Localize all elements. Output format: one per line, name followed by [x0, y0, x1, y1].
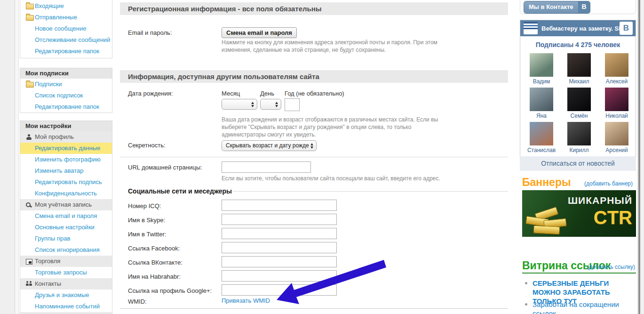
vk-widget-header: Вебмастеру на заметку. SE... B: [520, 20, 636, 36]
icq-label: Номер ICQ:: [128, 202, 161, 209]
day-select[interactable]: [260, 99, 281, 110]
add-link-link[interactable]: (добавить ссылку): [587, 264, 635, 270]
sidebar-item-friends[interactable]: Друзья и знакомые: [20, 290, 112, 301]
vk-community-button[interactable]: Мы в Контакте B: [524, 1, 590, 14]
change-email-password-button[interactable]: Смена email и пароля: [222, 27, 297, 38]
member-name[interactable]: Яна: [524, 113, 559, 119]
sidebar-group-misc[interactable]: Разное: [20, 312, 112, 314]
sidebar-item-ignore-list[interactable]: Список игнорирования: [20, 244, 112, 256]
member-name[interactable]: Станислав: [524, 147, 559, 153]
sidebar-item-label: Редактирование папок: [35, 103, 99, 110]
gold-bar-graphic: [533, 225, 560, 235]
sidebar-group-trading[interactable]: Торговля: [20, 256, 112, 267]
member-name[interactable]: Арсений: [599, 147, 635, 153]
member-name[interactable]: Семён: [561, 113, 597, 119]
member-avatar[interactable]: [605, 122, 628, 145]
member-name[interactable]: Вадим: [524, 78, 559, 85]
sidebar-item-subscription-list[interactable]: Список подписок: [20, 90, 112, 101]
year-label: Год (не обязательно): [285, 90, 344, 97]
subscriptions-header: Мои подписки: [20, 68, 112, 79]
social-networks-legend: Социальные сети и меседжеры: [128, 187, 232, 195]
bind-wmid-link[interactable]: Привязать WMID: [222, 297, 270, 304]
homepage-url-label: URL домашней страницы:: [128, 164, 202, 171]
twitter-input[interactable]: [222, 228, 337, 239]
ad-banner[interactable]: ШИКАРНЫЙ CTR: [522, 190, 636, 237]
member-name[interactable]: Николай: [599, 113, 635, 119]
sidebar-item-label: Входящие: [35, 2, 64, 9]
sidebar-item-basic-settings[interactable]: Основные настройки: [20, 222, 112, 233]
subscribers-count: Подписаны 4 275 человек: [520, 41, 636, 48]
sidebar-item-label: Список игнорирования: [35, 246, 100, 253]
skype-input[interactable]: [222, 214, 337, 225]
people-icon: [26, 281, 33, 287]
public-info-section-title: Информация, доступная другим пользовател…: [120, 70, 508, 83]
sidebar-item-label: Мой профиль: [35, 133, 74, 140]
vkontakte-input[interactable]: [222, 256, 337, 267]
user-icon: [26, 134, 32, 140]
member-avatar[interactable]: [530, 53, 553, 77]
member-name[interactable]: Михаил: [561, 78, 597, 85]
settings-header: Мои настройки: [20, 121, 112, 131]
sidebar-item-label: Редактировать данные: [35, 145, 100, 152]
left-gutter: [0, 0, 15, 314]
homepage-url-input[interactable]: [222, 161, 311, 173]
member-avatar[interactable]: [530, 88, 553, 111]
sidebar-item-change-email-password[interactable]: Смена email и пароля: [20, 210, 112, 222]
sidebar-item-edit-folders-2[interactable]: Редактирование папок: [20, 101, 112, 113]
scrollbar-thumb[interactable]: [638, 0, 640, 314]
vertical-scrollbar[interactable]: [637, 0, 644, 314]
sidebar-item-label: Торговые запросы: [35, 269, 87, 276]
email-password-label: Email и пароль:: [128, 29, 172, 36]
sidebar-item-edit-signature[interactable]: Редактировать подпись: [20, 177, 112, 188]
sidebar-item-label: Редактирование папок: [35, 48, 99, 55]
showcase-link-2[interactable]: Заработай на сокращении ссылок: [533, 300, 633, 314]
year-input[interactable]: [285, 98, 300, 111]
google-plus-input[interactable]: [222, 284, 337, 296]
vk-widget-title[interactable]: Вебмастеру на заметку. SE...: [541, 25, 620, 32]
monitor-icon: [26, 259, 32, 265]
left-gutter-strip: [15, 0, 19, 314]
member-name[interactable]: Алексей: [599, 78, 635, 85]
sidebar-item-label: Изменить фотографию: [35, 156, 101, 163]
sidebar-item-subscriptions[interactable]: Подписки: [20, 79, 112, 90]
sidebar-item-event-reminders[interactable]: Напоминание событий: [20, 301, 112, 312]
bottom-divider: [120, 308, 508, 309]
member-avatar[interactable]: [605, 53, 628, 77]
sidebar-item-sent[interactable]: Отправленные: [20, 12, 112, 23]
member-avatar[interactable]: [567, 122, 591, 145]
sidebar-item-edit-data[interactable]: Редактировать данные: [20, 143, 112, 154]
member-avatar[interactable]: [530, 122, 553, 145]
registration-section-title: Регистрационная информация - все поля об…: [120, 2, 508, 15]
sidebar-item-new-message[interactable]: Новое сообщение: [20, 23, 112, 34]
sidebar-group-my-profile[interactable]: Мой профиль: [20, 131, 112, 143]
member-name[interactable]: Кирилл: [561, 147, 597, 153]
sidebar-item-label: Подписки: [35, 81, 62, 88]
sidebar-item-label: Отслеживание сообщений: [35, 36, 110, 43]
sidebar-item-change-photo[interactable]: Изменить фотографию: [20, 154, 112, 165]
homepage-url-help: Если вы хотите, чтобы пользователи сайта…: [222, 175, 457, 182]
sidebar-group-my-account[interactable]: Моя учётная запись: [20, 199, 112, 210]
sidebar-item-trade-requests[interactable]: Торговые запросы: [20, 267, 112, 278]
bullet-icon: [525, 282, 527, 284]
google-plus-label: Ссылка на профиль Google+:: [128, 287, 212, 294]
unsubscribe-button[interactable]: Отписаться от новостей: [520, 156, 636, 171]
sidebar-item-permission-groups[interactable]: Группы прав: [20, 233, 112, 244]
sidebar-item-inbox[interactable]: Входящие: [20, 0, 112, 12]
icq-input[interactable]: [222, 200, 337, 211]
sidebar-item-label: Моя учётная запись: [35, 201, 92, 208]
sidebar-item-privacy[interactable]: Конфиденциальность: [20, 188, 112, 199]
member-avatar[interactable]: [567, 88, 591, 111]
profile-settings-page: Входящие Отправленные Новое сообщение От…: [0, 0, 644, 314]
member-avatar[interactable]: [605, 88, 628, 111]
sidebar-item-edit-folders[interactable]: Редактирование папок: [20, 46, 112, 57]
sidebar-item-message-tracking[interactable]: Отслеживание сообщений: [20, 34, 112, 46]
habrahabr-input[interactable]: [222, 270, 337, 282]
member-avatar[interactable]: [567, 53, 591, 77]
sidebar-item-change-avatar[interactable]: Изменить аватар: [20, 165, 112, 177]
privacy-select[interactable]: Скрывать возраст и дату рожде: [222, 140, 317, 151]
facebook-input[interactable]: [222, 242, 337, 253]
sidebar-group-contacts[interactable]: Контакты: [20, 278, 112, 290]
sidebar-item-label: Основные настройки: [35, 224, 95, 231]
month-select[interactable]: [222, 99, 257, 110]
add-banner-link[interactable]: (добавить баннер): [584, 180, 633, 187]
